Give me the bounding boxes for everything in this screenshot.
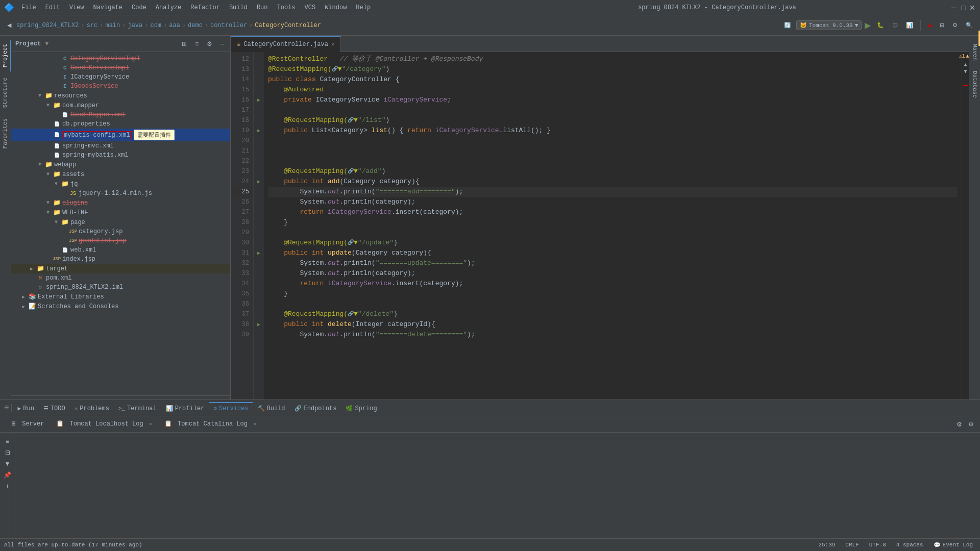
settings-button[interactable]: ⚙ [949,20,961,30]
project-collapse-btn[interactable]: ≡ [193,39,201,48]
tree-item-iml[interactable]: ⚙ spring_0824_KTLX2.iml [11,283,230,292]
code-line-31[interactable]: public int update(Category category){ [268,248,958,258]
project-scrollbar[interactable] [11,395,230,399]
search-button[interactable]: 🔍 [963,20,976,30]
breadcrumb-project[interactable]: spring_0824_KTLX2 [16,22,79,29]
run-dropdown[interactable]: 🐱 Tomcat 9.0.38 ▼ [796,20,862,30]
code-line-22[interactable] [268,156,958,166]
code-line-18[interactable]: @RequestMapping(🔗▼"/list") [268,115,958,126]
tree-item-mybatisconfig[interactable]: 📄 mybatis-config.xml 需要配置插件 [11,129,230,141]
menu-file[interactable]: File [17,3,40,12]
maximize-button[interactable]: □ [960,4,967,11]
tree-item-dbproperties[interactable]: 📄 db.properties [11,119,230,129]
code-line-37[interactable]: @RequestMapping(🔗▼"/delete") [268,309,958,319]
code-area[interactable]: @RestController // 等价于 @Controller + @Re… [264,52,962,399]
tree-item-igoodsservice[interactable]: I IGoodsService [11,82,230,91]
project-panel-dropdown[interactable]: ▼ [45,41,48,47]
menu-run[interactable]: Run [253,3,272,12]
menu-view[interactable]: View [65,3,88,12]
bottom-tab-run[interactable]: ▶ Run [14,402,38,414]
status-indent[interactable]: 4 spaces [893,542,926,548]
tree-item-target[interactable]: ▶ 📁 target [11,264,230,273]
code-line-19[interactable]: public List<Category> list() { return iC… [268,126,958,136]
code-line-23[interactable]: @RequestMapping(🔗▼"/add") [268,166,958,177]
code-line-20[interactable] [268,136,958,146]
status-line-ending[interactable]: CRLF [842,542,862,548]
code-line-16[interactable]: private ICategoryService iCategoryServic… [268,95,958,105]
bottom-panel-tab-server[interactable]: 🖥 Server [4,417,50,432]
services-pin[interactable]: 📌 [3,470,12,480]
menu-code[interactable]: Code [128,3,151,12]
gutter-24[interactable]: ▶ [254,177,264,187]
breadcrumb-demo[interactable]: demo [188,22,203,29]
tree-item-pomxml[interactable]: M pom.xml [11,273,230,283]
maven-tab[interactable]: Maven [970,40,979,65]
tree-item-resources[interactable]: ▼ 📁 resources [11,91,230,101]
breadcrumb-src[interactable]: src [87,22,98,29]
breadcrumb-com[interactable]: com [150,22,161,29]
code-line-34[interactable]: return iCategoryService.insert(category)… [268,279,958,289]
bottom-tab-spring[interactable]: 🌿 Spring [341,402,381,414]
code-line-21[interactable] [268,146,958,156]
services-expand-all[interactable]: ≡ [5,437,10,446]
tree-item-goodsserviceimpl[interactable]: C GoodsServiceImpl [11,63,230,72]
scroll-up-icon[interactable]: ▲ [964,62,967,68]
tree-item-external-libs[interactable]: ▶ 📚 External Libraries [11,292,230,302]
debug-button[interactable]: 🐛 [874,20,887,30]
sidebar-tab-project[interactable]: Project [0,40,11,71]
code-line-26[interactable]: System.out.println(category); [268,197,958,207]
code-line-27[interactable]: return iCategoryService.insert(category)… [268,207,958,217]
code-line-29[interactable] [268,228,958,238]
breadcrumb-java[interactable]: java [128,22,142,29]
bottom-tab-todo[interactable]: ☰ TODO [39,402,69,414]
bottom-tab-build[interactable]: 🔨 Build [254,402,289,414]
bottom-config-btn[interactable]: ⚙ [966,420,976,429]
status-position[interactable]: 25:39 [815,542,838,548]
bottom-settings-btn[interactable]: ⚙ [954,420,964,429]
breadcrumb-aaa[interactable]: aaa [169,22,180,29]
gutter-19[interactable]: ▶ [254,126,264,136]
tree-item-springmvc[interactable]: 📄 spring-mvc.xml [11,141,230,151]
code-line-30[interactable]: @RequestMapping(🔗▼"/update") [268,238,958,248]
tree-item-springmybatis[interactable]: 📄 spring-mybatis.xml [11,151,230,160]
bottom-tab-terminal[interactable]: >_ Terminal [114,402,161,414]
menu-window[interactable]: Window [321,3,351,12]
coverage-button[interactable]: 🛡 [889,21,901,30]
code-line-38[interactable]: public int delete(Integer categoryId){ [268,319,958,330]
bottom-panel-tab-catalina-log[interactable]: 📋 Tomcat Catalina Log ✕ [158,417,262,432]
profile-button[interactable]: 📊 [903,20,916,30]
run-gutter-icon-16[interactable]: ▶ [257,97,260,103]
code-line-17[interactable] [268,105,958,115]
database-tab[interactable]: Database [970,67,979,102]
tree-item-jq[interactable]: ▼ 📁 jq [11,179,230,189]
tree-item-jquery[interactable]: JS jquery-1.12.4.min.js [11,189,230,198]
tab-close-icon[interactable]: ✕ [331,41,334,47]
bottom-toolbar-expand[interactable]: ≡ [4,404,9,413]
breadcrumb-file[interactable]: CategoryController [255,22,321,29]
project-settings-btn[interactable]: ⚙ [205,39,214,48]
editor-tab-categorycontroller[interactable]: ☕ CategoryController.java ✕ [231,36,341,52]
tree-item-commapper[interactable]: ▼ 📁 com.mapper [11,101,230,110]
code-line-14[interactable]: public class CategoryController { [268,74,958,85]
code-line-36[interactable] [268,299,958,309]
breadcrumb-main[interactable]: main [105,22,120,29]
services-add[interactable]: + [5,482,10,491]
status-encoding[interactable]: UTF-8 [866,542,889,548]
tab-close-2[interactable]: ✕ [253,421,256,427]
menu-navigate[interactable]: Navigate [89,3,127,12]
layout-button[interactable]: ⊞ [937,20,947,30]
menu-tools[interactable]: Tools [273,3,300,12]
menu-analyze[interactable]: Analyze [152,3,185,12]
gutter-16[interactable]: ▶ [254,95,264,105]
tree-item-categoryjsp[interactable]: JSP category.jsp [11,227,230,236]
scroll-down-icon[interactable]: ▼ [964,69,967,74]
code-line-35[interactable]: } [268,289,958,299]
minimize-button[interactable]: ─ [950,4,958,11]
gutter-38[interactable]: ▶ [254,319,264,330]
tree-item-webxml[interactable]: 📄 web.xml [11,245,230,255]
menu-vcs[interactable]: VCS [301,3,320,12]
tab-close-1[interactable]: ✕ [149,421,152,427]
close-button[interactable]: ✕ [969,4,976,11]
event-log-button[interactable]: 💬 Event Log [930,542,976,548]
tree-item-webapp[interactable]: ▼ 📁 webapp [11,160,230,169]
